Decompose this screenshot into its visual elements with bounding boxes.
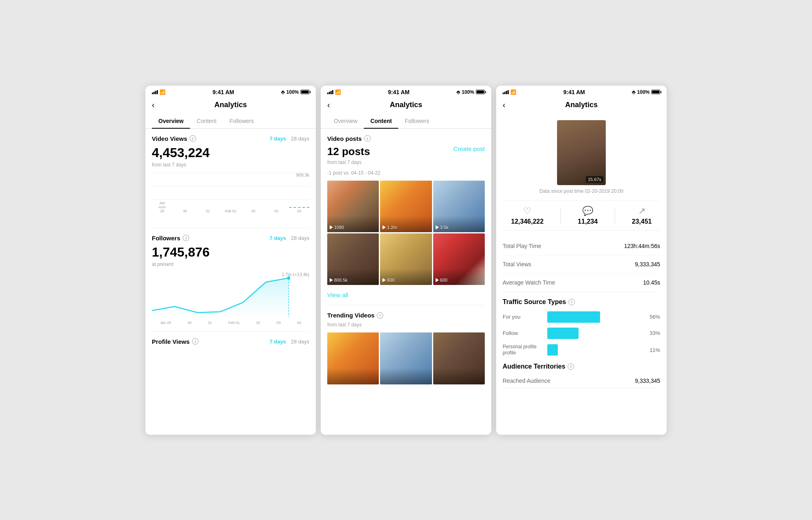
battery-pct-2: 100% (462, 89, 474, 95)
bar-label-6: 04 (297, 209, 301, 213)
trending-thumb-1[interactable] (380, 332, 432, 384)
likes-number: 12,346,222 (511, 218, 544, 225)
tab-followers-2[interactable]: Followers (398, 114, 436, 128)
trending-info-icon[interactable]: i (377, 312, 383, 319)
status-time-3: 9:41 AM (564, 89, 585, 95)
video-thumb-0[interactable]: 1080 (327, 181, 379, 232)
screen-header-1: ‹ Analytics (145, 97, 316, 114)
overview-content: Video Views i 7 days 28 days 4,453,224 f… (145, 129, 316, 435)
tab-content-2[interactable]: Content (364, 114, 398, 128)
tab-followers-1[interactable]: Followers (223, 114, 260, 128)
toggle-7days-followers[interactable]: 7 days (270, 235, 286, 241)
divider-2 (152, 331, 309, 332)
video-thumb-3[interactable]: 800.5k (327, 233, 379, 285)
status-left-3: 📶 (503, 89, 516, 95)
followers-number: 1,745,876 (152, 245, 309, 260)
video-play-label-2: 3.5k (436, 225, 449, 230)
bar-label-4: 02 (251, 209, 255, 213)
audience-info-icon[interactable]: i (568, 363, 574, 370)
detail-row-2: Average Watch Time 10.45s (503, 274, 660, 292)
screen-content: 📶 9:41 AM ⬘ 100% ‹ Analytics Overview Co… (321, 86, 491, 435)
battery-pct-3: 100% (637, 89, 650, 95)
screen-title-1: Analytics (214, 101, 247, 109)
shares-number: 23,451 (632, 218, 652, 225)
back-button-3[interactable]: ‹ (503, 100, 505, 110)
traffic-label-1: Follow (503, 330, 543, 336)
trending-video-grid (327, 332, 485, 384)
screen-header-3: ‹ Analytics (496, 97, 667, 114)
video-thumb-4[interactable]: 600 (380, 233, 432, 285)
status-right-3: ⬘ 100% (632, 89, 660, 95)
back-button-1[interactable]: ‹ (152, 100, 155, 110)
bluetooth-icon-3: ⬘ (632, 89, 635, 95)
detail-row-1: Total Views 9,333,345 (503, 255, 660, 274)
profile-views-info-icon[interactable]: i (192, 338, 199, 345)
tabs-1: Overview Content Followers (145, 114, 316, 129)
followers-title: Followers i (152, 235, 189, 242)
tabs-2: Overview Content Followers (321, 114, 491, 129)
video-thumb-1[interactable]: 1.2m (380, 181, 432, 232)
tab-overview-2[interactable]: Overview (327, 114, 364, 128)
bar-6 (289, 207, 309, 208)
tab-overview-1[interactable]: Overview (152, 114, 190, 128)
followers-info-icon[interactable]: i (183, 235, 189, 241)
tab-content-1[interactable]: Content (190, 114, 223, 128)
x-label-4: 02 (256, 321, 260, 325)
trending-videos-header: Trending Videos i (327, 312, 485, 319)
screen-overview: 📶 9:41 AM ⬘ 100% ‹ Analytics Overview Co… (145, 86, 316, 435)
video-views-number: 4,453,224 (152, 145, 309, 160)
toggle-7days-profile[interactable]: 7 days (270, 339, 286, 345)
video-posts-section-header: Video posts i (327, 135, 485, 142)
posts-count: 12 posts (327, 145, 370, 158)
audience-title: Audience Territories i (503, 363, 660, 370)
bluetooth-icon-1: ⬘ (281, 89, 285, 95)
video-posts-info-icon[interactable]: i (364, 135, 371, 142)
trending-thumb-2[interactable] (433, 332, 485, 384)
view-all-button[interactable]: View all (327, 291, 485, 298)
toggle-28days-views[interactable]: 28 days (291, 136, 309, 142)
x-label-5: 03 (276, 321, 281, 325)
profile-views-header: Profile Views i 7 days 28 days (152, 338, 309, 345)
x-label-3: Feb 01 (228, 321, 240, 325)
stat-divider-2 (615, 207, 615, 224)
line-chart-svg (152, 276, 309, 317)
bar-label-2: 31 (206, 209, 210, 213)
toggle-28days-followers[interactable]: 28 days (291, 235, 309, 241)
traffic-row-2: Personal profileprofile 11% (503, 344, 660, 356)
video-thumb-5[interactable]: 600 (433, 233, 485, 285)
toggle-28days-profile[interactable]: 28 days (291, 339, 309, 345)
post-duration: 15.67s (586, 176, 603, 183)
video-thumb-2[interactable]: 3.5k (433, 181, 485, 232)
traffic-label-0: For you (503, 314, 543, 320)
x-label-6: 04 (297, 321, 301, 325)
trending-thumb-0[interactable] (327, 332, 379, 384)
wifi-icon-2: 📶 (335, 89, 341, 95)
likes-stat: ♡ 12,346,222 (511, 206, 544, 225)
battery-pct-1: 100% (286, 89, 299, 95)
followers-header: Followers i 7 days 28 days (152, 235, 309, 242)
bar-label-1: 30 (183, 209, 187, 213)
video-play-label-5: 600 (436, 278, 447, 283)
toggle-7days-views[interactable]: 7 days (270, 136, 286, 142)
followers-sublabel: at present (152, 261, 309, 267)
traffic-section: Traffic Source Types i For you 56% Follo… (503, 298, 660, 356)
traffic-bar-container-1 (547, 328, 642, 339)
screen-title-2: Analytics (390, 101, 422, 109)
x-label-2: 31 (208, 321, 212, 325)
bar-col-1: 30 (175, 208, 195, 213)
create-post-button[interactable]: Create post (453, 145, 485, 152)
comment-icon: 💬 (582, 206, 593, 216)
traffic-row-0: For you 56% (503, 311, 660, 323)
video-views-info-icon[interactable]: i (190, 135, 196, 142)
traffic-pct-1: 33% (646, 330, 660, 336)
traffic-bar-container-0 (547, 311, 642, 323)
bar-label-5: 03 (274, 209, 279, 213)
status-time-2: 9:41 AM (388, 89, 410, 95)
video-posts-header: 12 posts Create post (327, 145, 485, 158)
signal-icon-1 (152, 90, 158, 94)
traffic-info-icon[interactable]: i (568, 299, 575, 305)
post-thumbnail[interactable]: 15.67s (557, 120, 606, 185)
video-views-header: Video Views i 7 days 28 days (152, 135, 309, 142)
battery-icon-3 (651, 90, 660, 94)
back-button-2[interactable]: ‹ (327, 100, 330, 110)
